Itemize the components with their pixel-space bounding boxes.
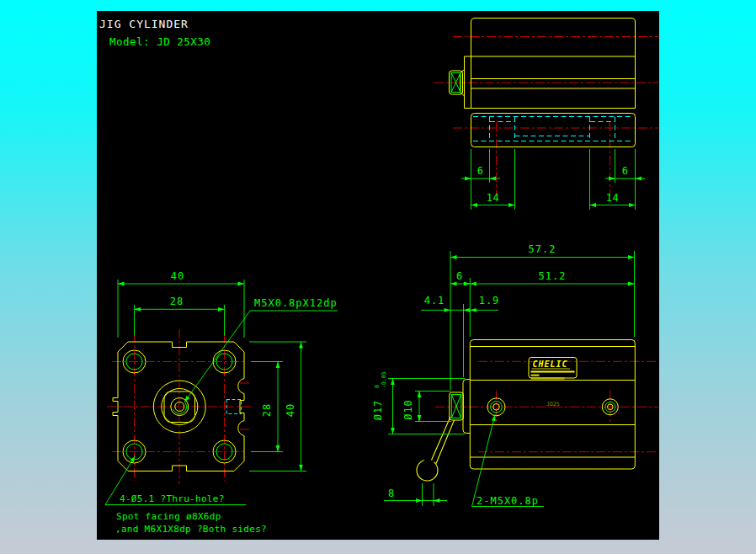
dim-height-40: 40 xyxy=(285,403,296,417)
dim-rod-tip: 4.1 xyxy=(424,295,445,306)
holes-note-2: Spot facing ø8X6dp xyxy=(116,511,221,522)
holes-note-1: 4-Ø5.1 ?Thru-hole? xyxy=(120,493,225,504)
model-label: Model: JD 25X30 xyxy=(109,35,210,48)
brand-name: CHELIC xyxy=(533,360,568,369)
dim-14-right: 14 xyxy=(606,192,619,204)
dim-6-right: 6 xyxy=(622,165,629,177)
bore-diameter: Ø10 xyxy=(402,399,414,420)
desktop-background: JIG CYLINDER Model: JD 25X30 xyxy=(0,0,756,554)
dim-width-40: 40 xyxy=(171,270,184,282)
plate-fine-print xyxy=(531,377,565,380)
model-stamp: JD25 xyxy=(546,401,560,408)
dim-6-left: 6 xyxy=(477,165,484,177)
drawing-title: JIG CYLINDER xyxy=(99,18,189,30)
rod-diameter: Ø17 xyxy=(372,400,384,421)
dim-rod-protrusion: 6 xyxy=(456,270,463,282)
ports-note: 2-M5X0.8p xyxy=(476,495,539,507)
dim-total-length: 57.2 xyxy=(529,243,556,255)
dim-collar: 1.9 xyxy=(479,295,500,306)
plate-fine-print xyxy=(531,375,540,377)
thread-note: M5X0.8pX12dp xyxy=(254,297,338,309)
rod-tol-lower: -0.05 xyxy=(381,371,387,388)
dim-spacing-28: 28 xyxy=(170,296,184,307)
dim-spacing-28-v: 28 xyxy=(261,403,273,417)
holes-note-3: ,and M6X1X8dp ?Both sides? xyxy=(115,524,267,535)
cad-drawing: JIG CYLINDER Model: JD 25X30 xyxy=(0,0,756,554)
dim-wrench-flats: 8 xyxy=(388,487,395,499)
dim-14-left: 14 xyxy=(487,192,499,204)
dim-body-length: 51.2 xyxy=(539,270,567,282)
